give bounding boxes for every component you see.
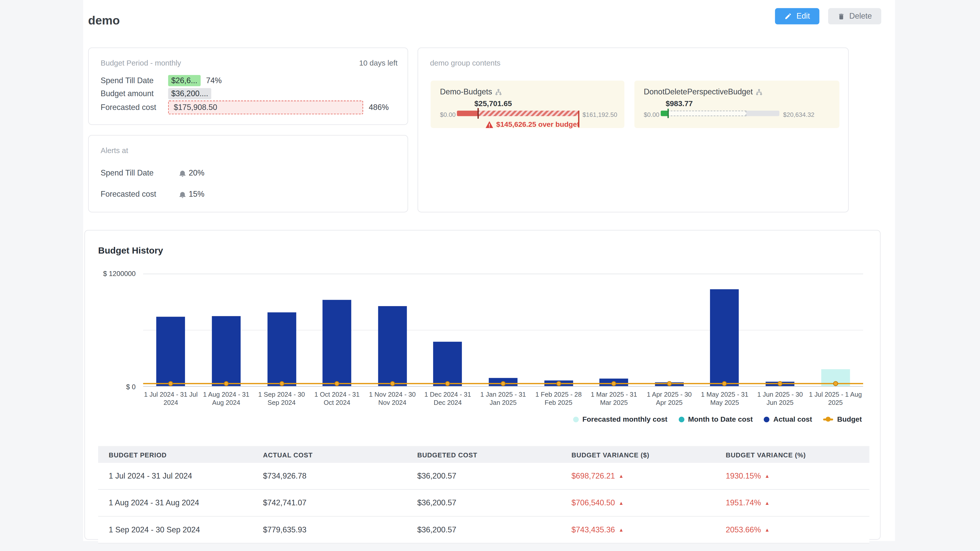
table-header-cell: BUDGETED COST [407, 451, 561, 458]
table-header-cell: BUDGET VARIANCE (%) [715, 451, 869, 458]
forecast-segment [668, 110, 746, 116]
trash-icon [837, 12, 845, 21]
delete-button[interactable]: Delete [828, 8, 881, 24]
over-budget-segment [477, 110, 579, 116]
legend-item[interactable]: Budget [823, 416, 862, 423]
group-item-donotdelete-budget[interactable]: DonotDeletePerspectiveBudget $983.77 $0.… [635, 81, 839, 128]
pencil-icon [784, 13, 792, 20]
budget-amount-value: $36,200.... [168, 88, 211, 99]
budget-point [390, 381, 395, 386]
spent-segment [457, 110, 477, 116]
forecasted-cost-percent: 486% [369, 103, 389, 112]
gridline [143, 330, 863, 330]
legend-item[interactable]: Month to Date cost [679, 416, 752, 423]
legend-label: Budget [837, 416, 862, 423]
table-cell: 1 Aug 2024 - 31 Aug 2024 [98, 499, 252, 507]
group-item-current-amount: $983.77 [666, 99, 693, 108]
legend-swatch [679, 416, 684, 422]
remaining-segment [746, 110, 780, 116]
budget-amount-label: Budget amount [100, 89, 168, 98]
x-axis-label: 1 Oct 2024 - 31 Oct 2024 [309, 391, 365, 406]
up-triangle-icon: ▲ [765, 473, 770, 479]
up-triangle-icon: ▲ [619, 527, 624, 533]
group-item-current-amount: $25,701.65 [474, 99, 512, 108]
variance-cell: $706,540.50▲ [561, 499, 715, 507]
bell-icon [180, 191, 186, 198]
days-left-label: 10 days left [359, 59, 397, 67]
spend-till-date-label: Spend Till Date [100, 76, 168, 85]
y-axis-max-label: $ 1200000 [85, 270, 135, 277]
budget-progress-bar [661, 110, 780, 116]
alert-forecast-value: 15% [189, 190, 204, 198]
x-axis-label: 1 Nov 2024 - 30 Nov 2024 [365, 391, 420, 406]
table-cell: 1 Jul 2024 - 31 Jul 2024 [98, 472, 252, 480]
legend-swatch [764, 416, 770, 422]
table-row: 1 Sep 2024 - 30 Sep 2024$779,635.93$36,2… [98, 516, 869, 543]
budget-history-table: BUDGET PERIODACTUAL COSTBUDGETED COSTBUD… [98, 446, 869, 544]
org-hierarchy-icon [495, 89, 502, 95]
up-triangle-icon: ▲ [619, 500, 624, 506]
alert-spend-label: Spend Till Date [100, 168, 180, 177]
edit-button[interactable]: Edit [775, 8, 819, 24]
budget-point [833, 381, 838, 386]
budget-point [667, 381, 672, 386]
x-axis-label: 1 Jun 2025 - 30 Jun 2025 [752, 391, 808, 406]
x-axis-label: 1 May 2025 - 31 May 2025 [697, 391, 752, 406]
actual-cost-bar [433, 342, 462, 386]
delete-button-label: Delete [850, 12, 872, 21]
table-header-row: BUDGET PERIODACTUAL COSTBUDGETED COSTBUD… [98, 446, 869, 463]
actual-cost-bar [212, 316, 241, 386]
budget-point [224, 381, 229, 386]
budget-point [778, 381, 783, 386]
budget-point [501, 381, 506, 386]
bar-min-label: $0.00 [440, 111, 455, 118]
up-triangle-icon: ▲ [619, 473, 624, 479]
x-axis-label: 1 Apr 2025 - 30 Apr 2025 [641, 391, 697, 406]
budget-marker [477, 108, 479, 119]
legend-swatch [823, 418, 833, 420]
budget-history-card: Budget History $ 1200000 $ 0 1 Jul 2024 … [84, 230, 881, 540]
spend-till-date-row: Spend Till Date $26,6... 74% [100, 74, 399, 87]
org-hierarchy-icon [756, 89, 763, 95]
spend-till-date-value: $26,6... [168, 75, 200, 86]
table-cell: $742,741.07 [252, 499, 407, 507]
group-item-name: Demo-Budgets [440, 87, 492, 96]
group-item-name-row: Demo-Budgets [440, 87, 502, 96]
table-header-cell: BUDGET VARIANCE ($) [561, 451, 715, 458]
table-header-cell: ACTUAL COST [252, 451, 407, 458]
alert-forecast-row: Forecasted cost 15% [100, 188, 204, 200]
legend-item[interactable]: Actual cost [764, 416, 812, 423]
table-body: 1 Jul 2024 - 31 Jul 2024$734,926.78$36,2… [98, 463, 869, 544]
forecasted-cost-label: Forecasted cost [100, 103, 168, 112]
group-item-name: DonotDeletePerspectiveBudget [644, 87, 752, 96]
alert-forecast-value-group: 15% [180, 190, 204, 198]
bar-max-label: $161,192.50 [582, 111, 617, 118]
budget-period-title: Budget Period - monthly [100, 59, 181, 67]
over-budget-warning: $145,626.25 over budget [486, 121, 579, 128]
budget-marker [668, 109, 669, 118]
legend-label: Forecasted monthly cost [582, 416, 667, 423]
legend-swatch [573, 416, 579, 422]
x-axis-label: 1 Sep 2024 - 30 Sep 2024 [254, 391, 309, 406]
legend-label: Month to Date cost [688, 416, 752, 423]
table-cell: $36,200.57 [407, 499, 561, 507]
table-row: 1 Aug 2024 - 31 Aug 2024$742,741.07$36,2… [98, 490, 869, 516]
bar-max-label: $20,634.32 [783, 111, 815, 118]
forecasted-cost-value: $175,908.50 [168, 100, 363, 114]
x-axis-line [143, 386, 863, 386]
app-screen: demo Edit Delete Budget Period - monthly… [0, 0, 980, 551]
alerts-title: Alerts at [100, 146, 128, 155]
legend-item[interactable]: Forecasted monthly cost [573, 416, 667, 423]
group-item-demo-budgets[interactable]: Demo-Budgets $25,701.65 $0.00 $161,192.5… [431, 81, 624, 128]
table-cell: $734,926.78 [252, 472, 407, 480]
table-cell: $779,635.93 [252, 526, 407, 534]
bar-min-label: $0.00 [644, 111, 659, 118]
alert-spend-value-group: 20% [180, 168, 204, 177]
variance-cell: 1951.74%▲ [715, 499, 869, 507]
alert-spend-row: Spend Till Date 20% [100, 167, 204, 179]
table-row: 1 Jul 2024 - 31 Jul 2024$734,926.78$36,2… [98, 463, 869, 490]
x-axis-label: 1 Mar 2025 - 31 Mar 2025 [586, 391, 641, 406]
budget-amount-row: Budget amount $36,200.... [100, 87, 399, 100]
group-contents-title: demo group contents [430, 59, 501, 67]
budget-point [556, 381, 561, 386]
